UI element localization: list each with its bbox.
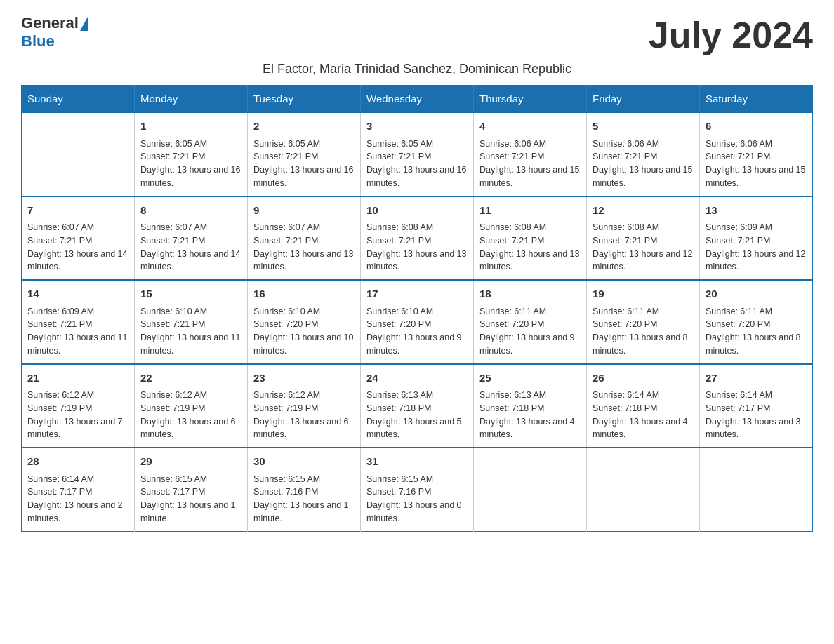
location-subtitle: El Factor, Maria Trinidad Sanchez, Domin… xyxy=(21,62,813,76)
calendar-cell: 21Sunrise: 6:12 AMSunset: 7:19 PMDayligh… xyxy=(22,364,135,448)
calendar-cell: 20Sunrise: 6:11 AMSunset: 7:20 PMDayligh… xyxy=(700,280,813,364)
calendar-week-row: 28Sunrise: 6:14 AMSunset: 7:17 PMDayligh… xyxy=(22,448,813,531)
calendar-cell: 19Sunrise: 6:11 AMSunset: 7:20 PMDayligh… xyxy=(587,280,700,364)
logo: General Blue xyxy=(21,14,88,51)
calendar-cell: 3Sunrise: 6:05 AMSunset: 7:21 PMDaylight… xyxy=(361,112,474,196)
day-number: 29 xyxy=(140,454,241,470)
calendar-cell: 10Sunrise: 6:08 AMSunset: 7:21 PMDayligh… xyxy=(361,196,474,281)
day-info: Sunrise: 6:08 AMSunset: 7:21 PMDaylight:… xyxy=(593,221,694,274)
calendar-cell: 28Sunrise: 6:14 AMSunset: 7:17 PMDayligh… xyxy=(22,448,135,531)
calendar-cell: 1Sunrise: 6:05 AMSunset: 7:21 PMDaylight… xyxy=(135,112,248,196)
calendar-cell: 24Sunrise: 6:13 AMSunset: 7:18 PMDayligh… xyxy=(361,364,474,448)
day-of-week-header: Thursday xyxy=(474,86,587,113)
day-info: Sunrise: 6:08 AMSunset: 7:21 PMDaylight:… xyxy=(479,221,581,274)
day-info: Sunrise: 6:13 AMSunset: 7:18 PMDaylight:… xyxy=(479,389,581,441)
day-info: Sunrise: 6:06 AMSunset: 7:21 PMDaylight:… xyxy=(706,137,807,190)
calendar-cell: 12Sunrise: 6:08 AMSunset: 7:21 PMDayligh… xyxy=(587,196,700,281)
day-number: 21 xyxy=(27,370,128,387)
day-info: Sunrise: 6:10 AMSunset: 7:20 PMDaylight:… xyxy=(253,305,355,358)
calendar-cell xyxy=(474,448,587,531)
calendar-cell: 16Sunrise: 6:10 AMSunset: 7:20 PMDayligh… xyxy=(248,280,361,364)
day-number: 5 xyxy=(593,119,694,135)
day-info: Sunrise: 6:15 AMSunset: 7:16 PMDaylight:… xyxy=(366,473,468,525)
day-info: Sunrise: 6:12 AMSunset: 7:19 PMDaylight:… xyxy=(140,389,241,441)
day-number: 22 xyxy=(140,370,241,387)
day-number: 6 xyxy=(706,119,807,135)
calendar-cell: 14Sunrise: 6:09 AMSunset: 7:21 PMDayligh… xyxy=(22,280,135,364)
calendar-cell xyxy=(700,448,813,531)
day-number: 26 xyxy=(593,370,694,387)
day-info: Sunrise: 6:15 AMSunset: 7:17 PMDaylight:… xyxy=(140,473,241,525)
day-info: Sunrise: 6:14 AMSunset: 7:17 PMDaylight:… xyxy=(27,473,128,525)
day-number: 10 xyxy=(366,203,468,219)
day-info: Sunrise: 6:07 AMSunset: 7:21 PMDaylight:… xyxy=(27,221,128,274)
day-of-week-header: Tuesday xyxy=(248,86,361,113)
calendar-cell: 6Sunrise: 6:06 AMSunset: 7:21 PMDaylight… xyxy=(700,112,813,196)
day-number: 18 xyxy=(479,286,581,302)
day-of-week-header: Wednesday xyxy=(361,86,474,113)
day-info: Sunrise: 6:07 AMSunset: 7:21 PMDaylight:… xyxy=(253,221,355,274)
day-number: 1 xyxy=(140,119,241,135)
calendar-cell: 5Sunrise: 6:06 AMSunset: 7:21 PMDaylight… xyxy=(587,112,700,196)
calendar-cell: 30Sunrise: 6:15 AMSunset: 7:16 PMDayligh… xyxy=(248,448,361,531)
day-info: Sunrise: 6:09 AMSunset: 7:21 PMDaylight:… xyxy=(706,221,807,274)
logo-text-blue: Blue xyxy=(21,32,55,50)
calendar-cell: 27Sunrise: 6:14 AMSunset: 7:17 PMDayligh… xyxy=(700,364,813,448)
day-info: Sunrise: 6:10 AMSunset: 7:21 PMDaylight:… xyxy=(140,305,241,358)
month-title: July 2024 xyxy=(649,14,813,56)
calendar-week-row: 21Sunrise: 6:12 AMSunset: 7:19 PMDayligh… xyxy=(22,364,813,448)
day-info: Sunrise: 6:06 AMSunset: 7:21 PMDaylight:… xyxy=(479,137,581,190)
calendar-week-row: 14Sunrise: 6:09 AMSunset: 7:21 PMDayligh… xyxy=(22,280,813,364)
day-info: Sunrise: 6:11 AMSunset: 7:20 PMDaylight:… xyxy=(479,305,581,358)
page-header: General Blue July 2024 xyxy=(21,14,813,56)
day-of-week-header: Saturday xyxy=(700,86,813,113)
day-of-week-header: Sunday xyxy=(22,86,135,113)
day-info: Sunrise: 6:14 AMSunset: 7:17 PMDaylight:… xyxy=(706,389,807,441)
day-info: Sunrise: 6:06 AMSunset: 7:21 PMDaylight:… xyxy=(593,137,694,190)
calendar-cell: 11Sunrise: 6:08 AMSunset: 7:21 PMDayligh… xyxy=(474,196,587,281)
day-number: 2 xyxy=(253,119,355,135)
calendar-table: SundayMondayTuesdayWednesdayThursdayFrid… xyxy=(21,85,813,532)
calendar-cell: 25Sunrise: 6:13 AMSunset: 7:18 PMDayligh… xyxy=(474,364,587,448)
day-number: 7 xyxy=(27,203,128,219)
day-number: 27 xyxy=(706,370,807,387)
day-info: Sunrise: 6:05 AMSunset: 7:21 PMDaylight:… xyxy=(253,137,355,190)
calendar-week-row: 7Sunrise: 6:07 AMSunset: 7:21 PMDaylight… xyxy=(22,196,813,281)
calendar-cell: 29Sunrise: 6:15 AMSunset: 7:17 PMDayligh… xyxy=(135,448,248,531)
day-info: Sunrise: 6:12 AMSunset: 7:19 PMDaylight:… xyxy=(27,389,128,441)
calendar-cell: 2Sunrise: 6:05 AMSunset: 7:21 PMDaylight… xyxy=(248,112,361,196)
day-info: Sunrise: 6:05 AMSunset: 7:21 PMDaylight:… xyxy=(366,137,468,190)
calendar-cell: 7Sunrise: 6:07 AMSunset: 7:21 PMDaylight… xyxy=(22,196,135,281)
day-number: 28 xyxy=(27,454,128,470)
day-number: 19 xyxy=(593,286,694,302)
calendar-cell: 15Sunrise: 6:10 AMSunset: 7:21 PMDayligh… xyxy=(135,280,248,364)
calendar-cell xyxy=(22,112,135,196)
day-number: 4 xyxy=(479,119,581,135)
day-info: Sunrise: 6:11 AMSunset: 7:20 PMDaylight:… xyxy=(593,305,694,358)
day-info: Sunrise: 6:14 AMSunset: 7:18 PMDaylight:… xyxy=(593,389,694,441)
day-info: Sunrise: 6:13 AMSunset: 7:18 PMDaylight:… xyxy=(366,389,468,441)
calendar-cell: 18Sunrise: 6:11 AMSunset: 7:20 PMDayligh… xyxy=(474,280,587,364)
day-of-week-header: Monday xyxy=(135,86,248,113)
day-number: 14 xyxy=(27,286,128,302)
day-info: Sunrise: 6:05 AMSunset: 7:21 PMDaylight:… xyxy=(140,137,241,190)
day-number: 17 xyxy=(366,286,468,302)
day-number: 15 xyxy=(140,286,241,302)
calendar-cell: 8Sunrise: 6:07 AMSunset: 7:21 PMDaylight… xyxy=(135,196,248,281)
day-number: 8 xyxy=(140,203,241,219)
day-number: 3 xyxy=(366,119,468,135)
day-number: 12 xyxy=(593,203,694,219)
day-of-week-header: Friday xyxy=(587,86,700,113)
day-info: Sunrise: 6:15 AMSunset: 7:16 PMDaylight:… xyxy=(253,473,355,525)
day-number: 24 xyxy=(366,370,468,387)
day-number: 9 xyxy=(253,203,355,219)
day-number: 20 xyxy=(706,286,807,302)
logo-triangle-icon xyxy=(80,15,88,31)
calendar-cell: 23Sunrise: 6:12 AMSunset: 7:19 PMDayligh… xyxy=(248,364,361,448)
day-info: Sunrise: 6:09 AMSunset: 7:21 PMDaylight:… xyxy=(27,305,128,358)
day-number: 31 xyxy=(366,454,468,470)
calendar-cell: 22Sunrise: 6:12 AMSunset: 7:19 PMDayligh… xyxy=(135,364,248,448)
calendar-header-row: SundayMondayTuesdayWednesdayThursdayFrid… xyxy=(22,86,813,113)
calendar-cell: 9Sunrise: 6:07 AMSunset: 7:21 PMDaylight… xyxy=(248,196,361,281)
day-number: 11 xyxy=(479,203,581,219)
